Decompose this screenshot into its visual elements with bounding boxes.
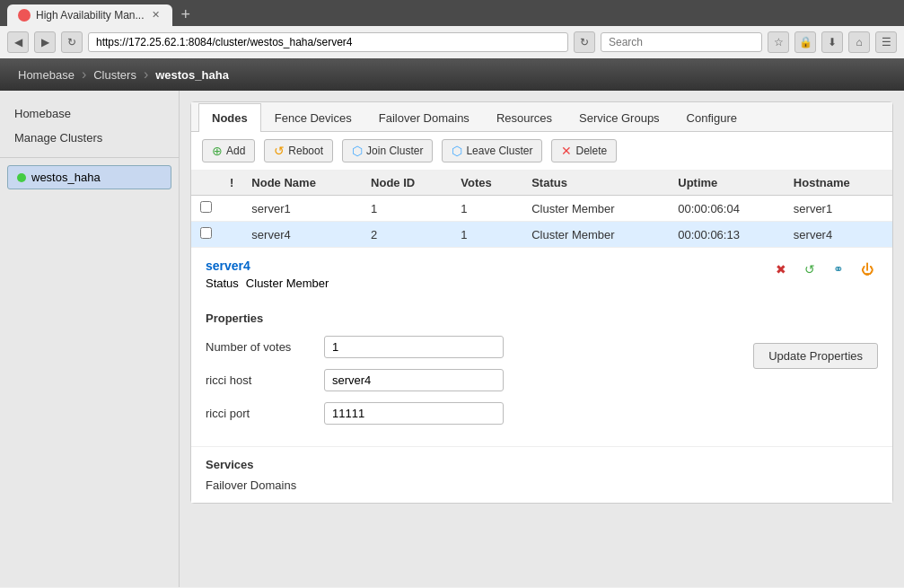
tab-failover-domains[interactable]: Failover Domains (365, 103, 483, 132)
breadcrumb: Homebase › Clusters › westos_haha (11, 66, 236, 83)
col-header-node-name: Node Name (242, 171, 362, 196)
detail-status-value: Cluster Member (246, 276, 329, 290)
prop-label-1: ricci host (206, 373, 313, 387)
leave-cluster-button[interactable]: ⬡ Leave Cluster (442, 139, 542, 162)
add-button[interactable]: ⊕ Add (202, 139, 255, 162)
delete-button[interactable]: ✕ Delete (551, 139, 617, 162)
sidebar-divider (0, 157, 179, 158)
row-uptime: 00:00:06:13 (669, 222, 785, 248)
content-box: Nodes Fence Devices Failover Domains Res… (190, 101, 893, 504)
detail-refresh-icon[interactable]: ↺ (799, 259, 821, 280)
col-header-uptime: Uptime (669, 171, 785, 196)
new-tab-button[interactable]: + (176, 4, 197, 26)
row-votes: 1 (452, 196, 522, 222)
detail-section: ✖ ↺ ⚭ ⏻ server4 Status Cluster Member (191, 248, 892, 301)
join-label: Join Cluster (366, 145, 423, 157)
detail-power-icon[interactable]: ⏻ (856, 259, 878, 280)
browser-search-input[interactable] (601, 32, 762, 52)
prop-label-2: ricci port (206, 407, 313, 420)
breadcrumb-homebase[interactable]: Homebase (11, 66, 82, 83)
delete-label: Delete (575, 145, 607, 157)
col-header-node-id: Node ID (362, 171, 452, 196)
prop-row: ricci host (206, 369, 878, 391)
sidebar-cluster-name: westos_haha (31, 171, 101, 184)
add-label: Add (226, 145, 245, 157)
detail-stop-icon[interactable]: ✖ (770, 259, 792, 280)
reboot-icon: ↺ (274, 144, 285, 158)
row-checkbox[interactable] (200, 227, 212, 239)
bookmark-button[interactable]: ☆ (768, 31, 789, 53)
home-button[interactable]: ⌂ (848, 31, 870, 53)
refresh-button[interactable]: ↻ (574, 31, 595, 53)
sidebar-cluster-item[interactable]: westos_haha (7, 165, 171, 189)
prop-label-0: Number of votes (206, 340, 313, 354)
add-icon: ⊕ (212, 144, 223, 158)
col-header-status: Status (522, 171, 669, 196)
table-row[interactable]: server1 1 1 Cluster Member 00:00:06:04 s… (191, 196, 892, 222)
join-cluster-button[interactable]: ⬡ Join Cluster (342, 139, 433, 162)
row-status: Cluster Member (522, 222, 669, 248)
leave-icon: ⬡ (452, 144, 462, 158)
sidebar-homebase-link[interactable]: Homebase (0, 101, 179, 126)
col-header-votes: Votes (452, 171, 522, 196)
join-icon: ⬡ (352, 144, 363, 158)
row-warn (221, 196, 242, 222)
breadcrumb-current: westos_haha (148, 66, 236, 83)
row-node-name: server4 (242, 222, 362, 248)
cluster-status-dot (17, 173, 26, 182)
row-hostname: server1 (785, 196, 892, 222)
row-status: Cluster Member (522, 196, 669, 222)
tab-favicon (18, 9, 31, 22)
row-checkbox[interactable] (200, 201, 212, 213)
reboot-button[interactable]: ↺ Reboot (264, 139, 333, 162)
menu-button[interactable]: ☰ (875, 31, 897, 53)
prop-input-1[interactable] (324, 369, 504, 391)
reload-button[interactable]: ↻ (61, 31, 83, 53)
browser-tab[interactable]: High Availability Man... ✕ (7, 4, 172, 26)
prop-row: Number of votes (206, 336, 753, 358)
tab-resources[interactable]: Resources (483, 103, 566, 132)
col-header-check (191, 171, 221, 196)
table-row[interactable]: server4 2 1 Cluster Member 00:00:06:13 s… (191, 222, 892, 248)
toolbar: ⊕ Add ↺ Reboot ⬡ Join Cluster ⬡ Leave Cl… (191, 132, 892, 171)
tab-title: High Availability Man... (36, 9, 145, 22)
detail-status-row: Status Cluster Member (206, 276, 770, 290)
address-input[interactable] (88, 32, 568, 52)
table-header-row: ! Node Name Node ID Votes Status Uptime … (191, 171, 892, 196)
services-section: Services Failover Domains (191, 446, 892, 503)
tab-service-groups[interactable]: Service Groups (566, 103, 673, 132)
row-node-id: 1 (362, 196, 452, 222)
tabs-row: Nodes Fence Devices Failover Domains Res… (191, 102, 892, 132)
prop-row: ricci port (206, 402, 878, 425)
main-content: Nodes Fence Devices Failover Domains Res… (180, 91, 904, 587)
tab-close-button[interactable]: ✕ (150, 9, 162, 21)
row-votes: 1 (452, 222, 522, 248)
col-header-hostname: Hostname (785, 171, 892, 196)
prop-input-2[interactable] (324, 402, 504, 425)
properties-title: Properties (206, 312, 878, 325)
sidebar-manage-clusters-link[interactable]: Manage Clusters (0, 126, 179, 150)
back-button[interactable]: ◀ (7, 31, 29, 53)
detail-connect-icon[interactable]: ⚭ (828, 259, 849, 280)
tab-nodes[interactable]: Nodes (198, 103, 261, 132)
forward-button[interactable]: ▶ (34, 31, 56, 53)
download-button[interactable]: ⬇ (821, 31, 843, 53)
properties-section: Properties Update Properties Number of v… (191, 301, 892, 446)
tab-fence-devices[interactable]: Fence Devices (261, 103, 365, 132)
row-hostname: server4 (785, 222, 892, 248)
col-header-warn: ! (221, 171, 242, 196)
prop-input-0[interactable] (324, 336, 504, 358)
tab-configure[interactable]: Configure (673, 103, 750, 132)
breadcrumb-clusters[interactable]: Clusters (86, 66, 144, 83)
services-title: Services (206, 458, 878, 471)
update-properties-button[interactable]: Update Properties (753, 343, 878, 369)
reboot-label: Reboot (288, 145, 323, 157)
row-node-name: server1 (242, 196, 362, 222)
app-header: Homebase › Clusters › westos_haha (0, 58, 904, 91)
row-warn (221, 222, 242, 248)
detail-status-label: Status (206, 276, 239, 290)
failover-domains-label: Failover Domains (206, 478, 878, 492)
row-uptime: 00:00:06:04 (669, 196, 785, 222)
lock-button[interactable]: 🔒 (794, 31, 816, 53)
detail-actions: ✖ ↺ ⚭ ⏻ (770, 259, 878, 280)
